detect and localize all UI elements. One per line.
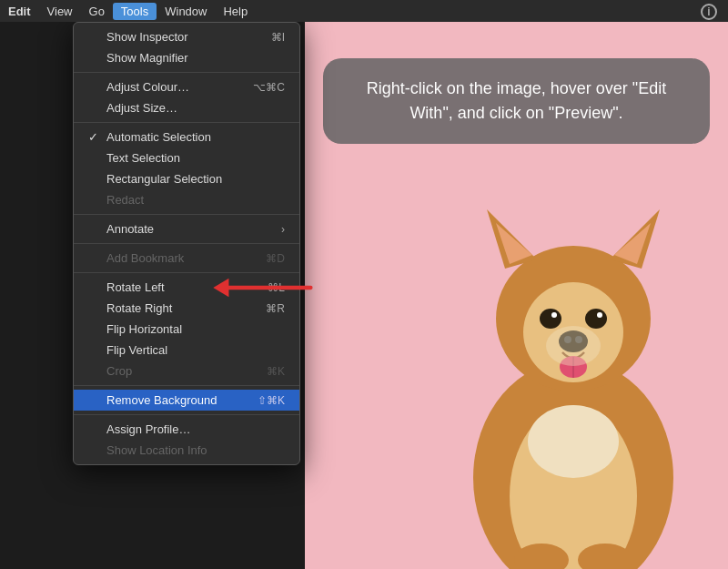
menu-item-show-magnifier[interactable]: Show Magnifier — [74, 47, 299, 68]
menubar-item-tools[interactable]: Tools — [113, 3, 157, 20]
menu-item-show-location-info: Show Location Info — [74, 440, 299, 461]
dog-image — [428, 141, 719, 569]
menu-divider-2 — [74, 122, 299, 123]
top-menubar: Edit View Go Tools Window Help — [0, 0, 728, 22]
tools-dropdown-menu: Show Inspector ⌘I Show Magnifier Adjust … — [73, 22, 300, 465]
menu-divider-1 — [74, 72, 299, 73]
svg-marker-22 — [213, 279, 228, 298]
red-arrow — [209, 269, 318, 310]
svg-point-10 — [551, 312, 557, 318]
menubar-item-window[interactable]: Window — [157, 3, 215, 20]
menu-item-text-selection[interactable]: Text Selection — [74, 147, 299, 168]
svg-point-11 — [597, 312, 602, 318]
menu-divider-3 — [74, 214, 299, 215]
svg-point-9 — [585, 309, 607, 329]
menu-item-assign-profile[interactable]: Assign Profile… — [74, 419, 299, 440]
menubar-item-edit[interactable]: Edit — [0, 3, 39, 20]
menubar-item-go[interactable]: Go — [81, 3, 113, 20]
tooltip-bubble: Right-click on the image, hover over "Ed… — [323, 58, 710, 144]
menu-item-automatic-selection[interactable]: ✓Automatic Selection — [74, 127, 299, 147]
menu-item-adjust-size[interactable]: Adjust Size… — [74, 97, 299, 118]
menu-item-flip-horizontal[interactable]: Flip Horizontal — [74, 319, 299, 340]
menu-divider-7 — [74, 414, 299, 415]
menubar-item-view[interactable]: View — [39, 3, 81, 20]
menu-item-adjust-colour[interactable]: Adjust Colour… ⌥⌘C — [74, 76, 299, 97]
main-content: Right-click on the image, hover over "Ed… — [305, 22, 728, 569]
menubar-item-help[interactable]: Help — [215, 3, 256, 20]
menu-divider-4 — [74, 243, 299, 244]
menu-item-rectangular-selection[interactable]: Rectangular Selection — [74, 168, 299, 189]
menu-item-crop: Crop ⌘K — [74, 361, 299, 381]
svg-point-8 — [540, 309, 561, 329]
menu-item-remove-background[interactable]: Remove Background ⇧⌘K — [74, 390, 299, 411]
menu-item-flip-vertical[interactable]: Flip Vertical — [74, 340, 299, 361]
menu-divider-6 — [74, 385, 299, 386]
menu-item-annotate[interactable]: Annotate › — [74, 218, 299, 239]
svg-point-20 — [546, 326, 601, 366]
menu-item-add-bookmark: Add Bookmark ⌘D — [74, 248, 299, 269]
menu-item-show-inspector[interactable]: Show Inspector ⌘I — [74, 26, 299, 47]
svg-point-17 — [528, 405, 619, 478]
tooltip-text: Right-click on the image, hover over "Ed… — [367, 79, 667, 122]
info-button[interactable]: i — [701, 4, 717, 20]
menu-item-redact: Redact — [74, 189, 299, 210]
